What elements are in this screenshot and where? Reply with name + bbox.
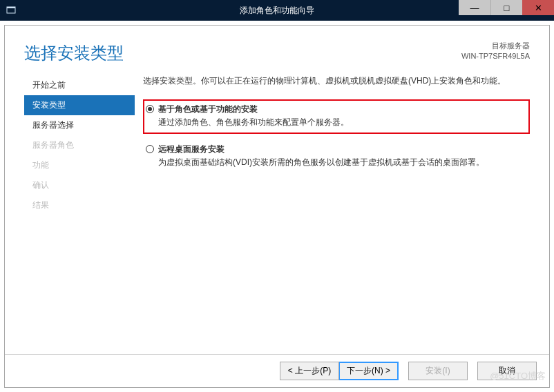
svg-rect-1 bbox=[7, 7, 15, 8]
app-icon bbox=[6, 5, 17, 16]
option-title: 远程桌面服务安装 bbox=[158, 144, 524, 155]
wizard-footer: < 上一步(P) 下一步(N) > 安装(I) 取消 bbox=[5, 354, 549, 387]
wizard-sidebar: 开始之前 安装类型 服务器选择 服务器角色 功能 确认 结果 bbox=[24, 71, 135, 354]
install-type-options: 基于角色或基于功能的安装 通过添加角色、角色服务和功能来配置单个服务器。 远程桌… bbox=[143, 99, 530, 174]
wizard-header: 选择安装类型 目标服务器 WIN-TP7SFR49L5A bbox=[5, 26, 549, 71]
step-features: 功能 bbox=[24, 155, 135, 175]
wizard-main: 选择安装类型。你可以在正在运行的物理计算机、虚拟机或脱机虚拟硬盘(VHD)上安装… bbox=[135, 71, 549, 354]
radio-icon[interactable] bbox=[146, 105, 154, 113]
step-server-selection[interactable]: 服务器选择 bbox=[24, 115, 135, 135]
step-results: 结果 bbox=[24, 195, 135, 215]
destination-info: 目标服务器 WIN-TP7SFR49L5A bbox=[461, 41, 530, 62]
cancel-button[interactable]: 取消 bbox=[477, 362, 537, 380]
step-before-begin[interactable]: 开始之前 bbox=[24, 75, 135, 95]
option-desc: 通过添加角色、角色服务和功能来配置单个服务器。 bbox=[158, 117, 524, 128]
prev-button[interactable]: < 上一步(P) bbox=[280, 362, 339, 380]
destination-label: 目标服务器 bbox=[461, 41, 530, 51]
radio-icon[interactable] bbox=[146, 145, 154, 153]
option-title: 基于角色或基于功能的安装 bbox=[158, 104, 524, 115]
step-confirm: 确认 bbox=[24, 175, 135, 195]
option-desc: 为虚拟桌面基础结构(VDI)安装所需的角色服务以创建基于虚拟机或基于会话的桌面部… bbox=[158, 157, 524, 168]
next-button[interactable]: 下一步(N) > bbox=[339, 362, 399, 380]
minimize-button[interactable]: — bbox=[459, 0, 490, 15]
destination-value: WIN-TP7SFR49L5A bbox=[461, 51, 530, 61]
window-controls: — □ ✕ bbox=[459, 0, 554, 21]
intro-text: 选择安装类型。你可以在正在运行的物理计算机、虚拟机或脱机虚拟硬盘(VHD)上安装… bbox=[143, 75, 530, 87]
titlebar: 添加角色和功能向导 — □ ✕ bbox=[0, 0, 554, 21]
close-button[interactable]: ✕ bbox=[522, 0, 554, 15]
step-installation-type[interactable]: 安装类型 bbox=[24, 95, 135, 115]
option-role-based[interactable]: 基于角色或基于功能的安装 通过添加角色、角色服务和功能来配置单个服务器。 bbox=[143, 99, 530, 134]
install-button: 安装(I) bbox=[408, 362, 468, 380]
window-title: 添加角色和功能向导 bbox=[240, 5, 314, 17]
step-server-roles: 服务器角色 bbox=[24, 135, 135, 155]
maximize-button[interactable]: □ bbox=[490, 0, 522, 15]
option-remote-desktop[interactable]: 远程桌面服务安装 为虚拟桌面基础结构(VDI)安装所需的角色服务以创建基于虚拟机… bbox=[143, 139, 530, 174]
page-title: 选择安装类型 bbox=[24, 42, 124, 64]
nav-button-group: < 上一步(P) 下一步(N) > bbox=[280, 362, 399, 380]
